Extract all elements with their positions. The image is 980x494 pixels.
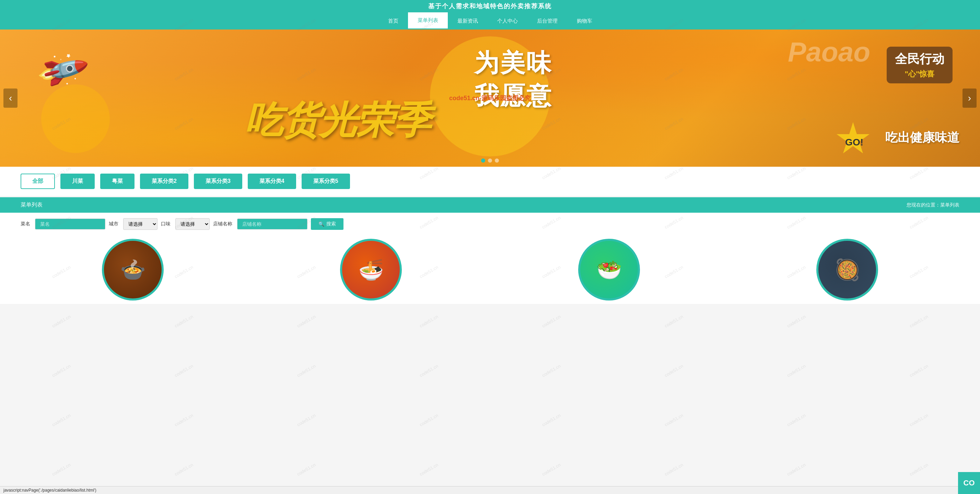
banner-watermark-text: code51.cn-源码乐园盗图必究 xyxy=(449,94,531,102)
food-card-1[interactable]: 🍲 xyxy=(95,235,170,304)
banner-dot-3[interactable] xyxy=(495,159,499,163)
taste-label: 口味 xyxy=(161,221,170,227)
store-name-input[interactable] xyxy=(237,219,307,229)
food-emoji-2: 🍜 xyxy=(358,257,384,282)
food-emoji-1: 🍲 xyxy=(120,257,146,282)
category-btn-sichuan[interactable]: 川菜 xyxy=(60,173,95,189)
food-card-2[interactable]: 🍜 xyxy=(333,235,409,304)
site-title-bar: 基于个人需求和地域特色的外卖推荐系统 xyxy=(0,0,980,12)
food-card-4[interactable]: 🥘 xyxy=(810,235,885,304)
search-icon: 🔍 xyxy=(318,221,324,227)
food-card-3[interactable]: 🥗 xyxy=(571,235,647,304)
menu-section-header: 菜单列表 您现在的位置：菜单列表 xyxy=(0,197,980,213)
menu-section-title: 菜单列表 xyxy=(21,202,43,208)
taste-select[interactable]: 请选择 xyxy=(175,218,210,230)
nav-item-menu-list[interactable]: 菜单列表 xyxy=(408,12,448,30)
category-btn-type2[interactable]: 菜系分类2 xyxy=(140,173,188,189)
food-emoji-4: 🥘 xyxy=(835,257,860,282)
nav-bar: 首页 菜单列表 最新资讯 个人中心 后台管理 购物车 xyxy=(0,12,980,30)
dish-name-label: 菜名 xyxy=(21,221,30,227)
search-button[interactable]: 🔍 搜索 xyxy=(311,218,344,230)
banner-dot-1[interactable] xyxy=(481,159,485,163)
category-btn-guangdong[interactable]: 粤菜 xyxy=(100,173,135,189)
nav-item-cart[interactable]: 购物车 xyxy=(567,13,602,29)
search-bar: 菜名 城市 请选择 口味 请选择 店铺名称 🔍 搜索 xyxy=(0,213,980,235)
banner-bottom-right-text: 吃出健康味道 xyxy=(885,129,959,146)
banner-carousel: 🚀 Paoao 为美味 我愿意 吃货光荣季 全民行动 "心"惊喜 吃出健康味道 … xyxy=(0,30,980,167)
banner-big-slogan: 吃货光荣季 xyxy=(245,95,430,146)
food-card-img-1: 🍲 xyxy=(102,239,164,300)
nav-item-news[interactable]: 最新资讯 xyxy=(448,13,488,29)
menu-section: 菜单列表 您现在的位置：菜单列表 菜名 城市 请选择 口味 请选择 店铺名称 🔍… xyxy=(0,197,980,304)
food-card-img-3: 🥗 xyxy=(578,239,640,300)
category-section: 全部 川菜 粤菜 菜系分类2 菜系分类3 菜系分类4 菜系分类5 xyxy=(0,167,980,196)
banner-brown-box: 全民行动 "心"惊喜 xyxy=(887,47,953,83)
food-card-img-4: 🥘 xyxy=(816,239,878,300)
banner-next-button[interactable]: › xyxy=(963,89,977,108)
banner-dots xyxy=(481,159,499,163)
nav-item-home[interactable]: 首页 xyxy=(379,13,408,29)
menu-location-text: 您现在的位置：菜单列表 xyxy=(907,202,959,208)
city-label: 城市 xyxy=(109,221,118,227)
food-cards-row: 🍲 🍜 🥗 🥘 xyxy=(0,235,980,304)
banner-paotao-text: Paoao xyxy=(788,37,870,68)
nav-item-admin[interactable]: 后台管理 xyxy=(527,13,567,29)
category-btn-type5[interactable]: 菜系分类5 xyxy=(302,173,350,189)
banner-prev-button[interactable]: ‹ xyxy=(3,89,18,108)
category-btn-all[interactable]: 全部 xyxy=(21,173,55,189)
nav-item-profile[interactable]: 个人中心 xyxy=(488,13,527,29)
banner-circle-2 xyxy=(41,84,110,153)
category-btn-type3[interactable]: 菜系分类3 xyxy=(194,173,242,189)
banner-main-text: 为美味 我愿意 xyxy=(474,47,552,113)
banner-dot-2[interactable] xyxy=(488,159,492,163)
food-emoji-3: 🥗 xyxy=(597,257,622,282)
banner-go-text: GO! xyxy=(845,137,863,148)
city-select[interactable]: 请选择 xyxy=(123,218,158,230)
category-btn-type4[interactable]: 菜系分类4 xyxy=(248,173,296,189)
site-title: 基于个人需求和地域特色的外卖推荐系统 xyxy=(428,3,552,10)
store-label: 店铺名称 xyxy=(213,221,232,227)
food-card-img-2: 🍜 xyxy=(340,239,402,300)
dish-name-input[interactable] xyxy=(35,219,105,229)
